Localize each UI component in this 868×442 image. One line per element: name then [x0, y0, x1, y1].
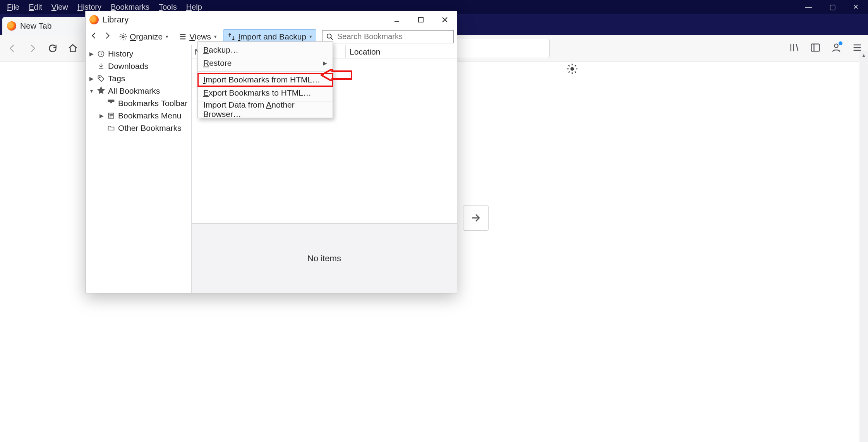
- svg-point-5: [327, 34, 331, 38]
- window-minimize-icon[interactable]: —: [805, 3, 812, 11]
- svg-rect-0: [811, 44, 820, 51]
- forward-button[interactable]: [24, 40, 41, 57]
- library-titlebar[interactable]: Library: [86, 11, 457, 28]
- content-settings-gear-icon[interactable]: [566, 63, 578, 77]
- firefox-icon: [7, 21, 16, 31]
- library-search-placeholder: Search Bookmarks: [337, 32, 403, 41]
- library-detail-pane: No items: [192, 223, 457, 293]
- tree-history[interactable]: ▶ History: [87, 48, 190, 60]
- library-forward-button[interactable]: [102, 31, 113, 42]
- library-minimize-button[interactable]: [385, 11, 409, 28]
- svg-point-4: [122, 36, 124, 38]
- tags-icon: [97, 75, 105, 82]
- tree-other-bookmarks[interactable]: Other Bookmarks: [87, 122, 190, 134]
- tree-downloads[interactable]: Downloads: [87, 60, 190, 72]
- svg-rect-3: [419, 17, 423, 22]
- bookmarks-toolbar-icon: [107, 99, 115, 108]
- sidebar-toolbar-icon[interactable]: [810, 42, 821, 55]
- back-button[interactable]: [4, 40, 21, 57]
- svg-point-2: [571, 67, 574, 70]
- library-title: Library: [103, 15, 129, 25]
- window-controls: — ▢ ✕: [805, 0, 868, 14]
- account-toolbar-icon[interactable]: [831, 42, 842, 55]
- menu-restore[interactable]: Restore▶: [198, 57, 333, 70]
- organize-button[interactable]: Organize▾: [115, 30, 172, 44]
- firefox-icon: [89, 15, 99, 24]
- menu-import-html[interactable]: Import Bookmarks from HTML…: [198, 73, 333, 86]
- menu-edit[interactable]: Edit: [24, 1, 46, 13]
- content-forward-card[interactable]: [463, 205, 489, 231]
- menu-view[interactable]: View: [47, 1, 73, 13]
- menu-export-html[interactable]: Export Bookmarks to HTML…: [198, 86, 333, 99]
- history-icon: [97, 50, 105, 58]
- window-close-icon[interactable]: ✕: [853, 3, 859, 11]
- column-location[interactable]: Location: [346, 47, 380, 57]
- library-maximize-button[interactable]: [409, 11, 433, 28]
- home-button[interactable]: [64, 40, 81, 57]
- svg-point-7: [99, 77, 100, 78]
- scroll-up-icon[interactable]: ▲: [859, 51, 868, 60]
- svg-point-1: [834, 44, 838, 47]
- menu-import-other-browser[interactable]: Import Data from Another Browser…: [198, 103, 333, 116]
- tree-bookmarks-toolbar[interactable]: Bookmarks Toolbar: [87, 97, 190, 110]
- bookmarks-menu-icon: [107, 112, 115, 120]
- window-maximize-icon[interactable]: ▢: [829, 3, 836, 11]
- reload-button[interactable]: [44, 40, 61, 57]
- tree-bookmarks-menu[interactable]: ▶ Bookmarks Menu: [87, 110, 190, 122]
- tab-title: New Tab: [20, 21, 51, 31]
- tree-all-bookmarks[interactable]: ▾ All Bookmarks: [87, 85, 190, 97]
- library-back-button[interactable]: [89, 31, 99, 42]
- downloads-icon: [97, 62, 105, 70]
- submenu-arrow-icon: ▶: [323, 60, 327, 66]
- menu-separator: [198, 71, 333, 72]
- library-tree: ▶ History Downloads ▶ Tags ▾ All Bookmar…: [86, 45, 192, 293]
- star-icon: [97, 86, 105, 96]
- search-icon: [326, 33, 334, 41]
- library-close-button[interactable]: [433, 11, 457, 28]
- menu-backup[interactable]: Backup…: [198, 43, 333, 57]
- tree-tags[interactable]: ▶ Tags: [87, 72, 190, 85]
- detail-empty-text: No items: [307, 254, 341, 264]
- annotation-arrow-icon: [321, 69, 352, 81]
- library-search-field[interactable]: Search Bookmarks: [322, 30, 454, 43]
- import-backup-menu: Backup… Restore▶ Import Bookmarks from H…: [197, 41, 333, 118]
- menu-file[interactable]: File: [2, 1, 24, 13]
- library-toolbar-icon[interactable]: [789, 42, 800, 55]
- page-scrollbar[interactable]: ▲: [859, 51, 868, 442]
- folder-icon: [107, 124, 115, 132]
